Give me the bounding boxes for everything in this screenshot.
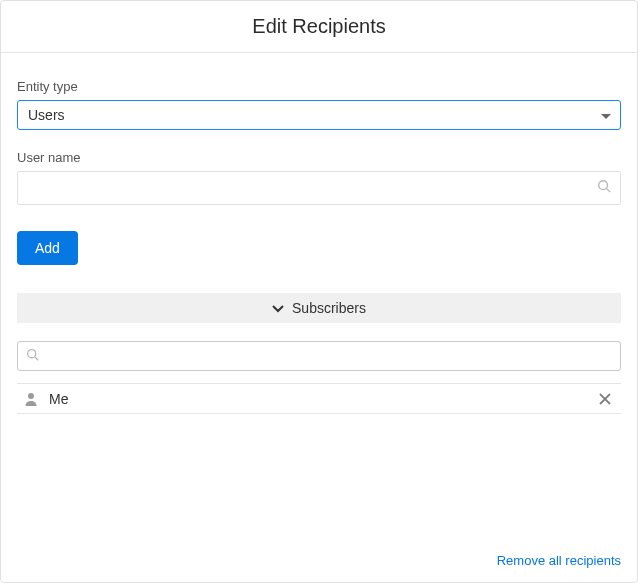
user-name-field-wrap: [17, 171, 621, 205]
user-icon: [23, 391, 39, 407]
subscribers-title: Subscribers: [292, 300, 366, 316]
remove-all-recipients-link[interactable]: Remove all recipients: [497, 553, 621, 568]
add-button[interactable]: Add: [17, 231, 78, 265]
subscriber-label: Me: [49, 391, 595, 407]
entity-type-value: Users: [28, 107, 65, 123]
subscribers-filter-wrap: [17, 341, 621, 371]
subscribers-list: Me: [17, 383, 621, 414]
entity-type-select[interactable]: Users: [17, 100, 621, 130]
edit-recipients-dialog: Edit Recipients Entity type Users User n…: [0, 0, 638, 583]
subscribers-filter-input[interactable]: [17, 341, 621, 371]
dialog-footer: Remove all recipients: [1, 543, 637, 582]
svg-point-4: [28, 393, 34, 399]
dialog-title: Edit Recipients: [1, 15, 637, 38]
dialog-body: Entity type Users User name Add: [1, 53, 637, 543]
chevron-down-icon: [272, 300, 284, 316]
list-item: Me: [17, 384, 621, 414]
user-name-label: User name: [17, 150, 621, 165]
user-name-input[interactable]: [17, 171, 621, 205]
remove-subscriber-button[interactable]: [595, 389, 615, 409]
entity-type-label: Entity type: [17, 79, 621, 94]
subscribers-section-header[interactable]: Subscribers: [17, 293, 621, 323]
dialog-header: Edit Recipients: [1, 1, 637, 53]
